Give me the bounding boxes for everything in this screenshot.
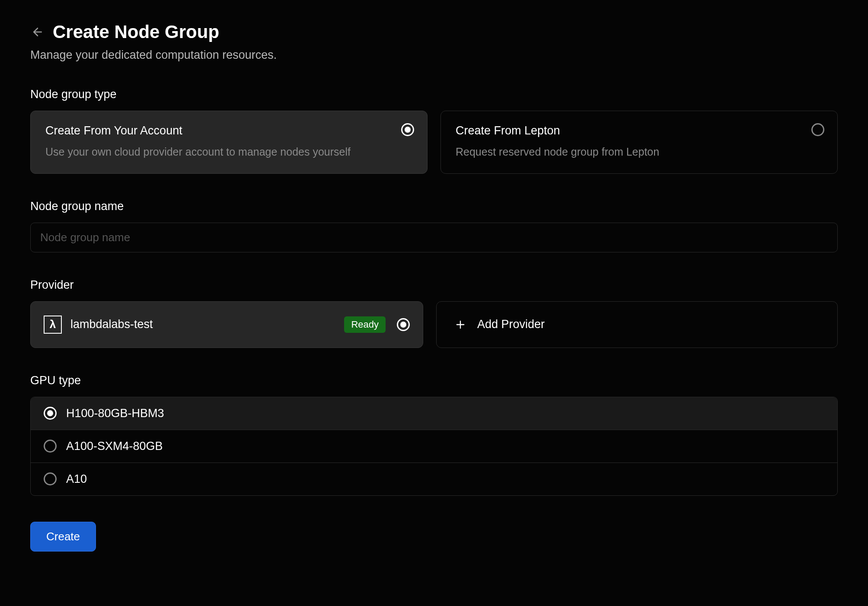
create-button[interactable]: Create [30,522,96,552]
page-title: Create Node Group [53,22,219,42]
section-label-type: Node group type [30,88,838,101]
plus-icon [454,318,467,331]
radio-icon [401,123,414,136]
type-card-row: Create From Your Account Use your own cl… [30,111,838,174]
back-arrow-icon[interactable] [30,25,45,39]
type-card-desc: Request reserved node group from Lepton [456,144,767,160]
gpu-name: H100-80GB-HBM3 [66,407,164,420]
gpu-type-list: H100-80GB-HBM3 A100-SXM4-80GB A10 [30,397,838,496]
add-provider-button[interactable]: Add Provider [436,301,838,348]
type-card-title: Create From Your Account [45,124,412,137]
radio-icon [44,407,57,420]
radio-icon [811,123,824,136]
radio-icon [397,318,410,331]
status-badge: Ready [344,316,386,333]
type-card-desc: Use your own cloud provider account to m… [45,144,357,160]
type-card-title: Create From Lepton [456,124,823,137]
gpu-row-h100[interactable]: H100-80GB-HBM3 [31,397,837,430]
provider-row: λ lambdalabs-test Ready Add Provider [30,301,838,348]
provider-card-lambdalabs[interactable]: λ lambdalabs-test Ready [30,301,423,348]
page-subtitle: Manage your dedicated computation resour… [30,48,838,62]
node-group-name-input[interactable] [30,223,838,252]
gpu-row-a100[interactable]: A100-SXM4-80GB [31,430,837,463]
add-provider-label: Add Provider [477,318,545,331]
section-label-provider: Provider [30,278,838,292]
gpu-name: A100-SXM4-80GB [66,440,163,453]
page-header: Create Node Group [30,22,838,42]
lambda-icon: λ [44,316,62,334]
section-label-gpu: GPU type [30,374,838,387]
type-card-lepton[interactable]: Create From Lepton Request reserved node… [440,111,838,174]
radio-icon [44,472,57,485]
section-label-name: Node group name [30,200,838,213]
gpu-row-a10[interactable]: A10 [31,463,837,495]
gpu-name: A10 [66,472,87,486]
provider-name: lambdalabs-test [70,318,344,331]
radio-icon [44,440,57,453]
type-card-own-account[interactable]: Create From Your Account Use your own cl… [30,111,428,174]
